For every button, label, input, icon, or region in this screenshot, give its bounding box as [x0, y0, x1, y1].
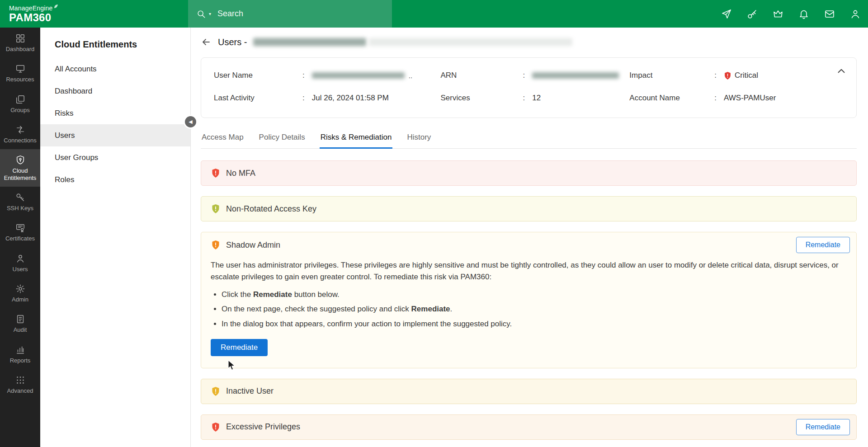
last-activity-value: Jul 26, 2024 01:58 PM	[312, 94, 389, 103]
field-account-name: Account Name : AWS-PAMUser	[629, 93, 844, 103]
field-label: ARN	[440, 71, 523, 80]
remediate-button-outline[interactable]: Remediate	[796, 419, 850, 435]
field-colon: :	[523, 71, 525, 80]
tab-policy-details[interactable]: Policy Details	[258, 128, 306, 149]
back-arrow-icon[interactable]	[201, 37, 212, 47]
sidebar-item-reports[interactable]: Reports	[0, 339, 40, 369]
risk-title: Shadow Admin	[226, 240, 280, 250]
sidebar-item-label: SSH Keys	[2, 205, 38, 212]
mail-icon[interactable]	[824, 9, 835, 19]
sidebar-item-admin[interactable]: Admin	[0, 278, 40, 308]
subnav-item-users[interactable]: Users	[40, 124, 190, 146]
sidebar-item-dashboard[interactable]: Dashboard	[0, 28, 40, 58]
field-colon: :	[302, 94, 305, 103]
advanced-dots-icon	[15, 375, 25, 385]
remediation-step: On the next page, check the suggested po…	[222, 304, 844, 315]
risk-shield-icon	[211, 168, 220, 178]
ssh-key-icon	[15, 193, 25, 202]
sidebar-item-advanced[interactable]: Advanced	[0, 369, 40, 400]
sidebar-item-audit[interactable]: Audit	[0, 308, 40, 339]
notifications-bell-icon[interactable]	[798, 9, 809, 19]
dashboard-grid-icon	[15, 33, 25, 43]
field-colon: :	[714, 94, 717, 103]
sidebar-item-label: Groups	[2, 107, 38, 113]
tab-access-map[interactable]: Access Map	[201, 128, 245, 149]
card-collapse-chevron-up-icon[interactable]	[835, 65, 847, 77]
topbar: ManageEngine PAM360 ▾ Search	[0, 0, 868, 28]
users-person-icon	[15, 254, 25, 263]
critical-shield-icon	[724, 71, 731, 80]
license-crown-icon[interactable]	[773, 9, 783, 19]
risk-description: The user has administrator privileges. T…	[211, 259, 844, 283]
tab-history[interactable]: History	[406, 128, 432, 149]
sidebar-item-label: Certificates	[2, 235, 38, 242]
field-label: Impact	[629, 71, 714, 80]
main-sidebar: Dashboard Resources Groups Connections C…	[0, 28, 40, 447]
subnav-item-risks[interactable]: Risks	[40, 102, 190, 124]
remediation-steps: Click the Remediate button below. On the…	[211, 289, 844, 330]
remediation-step: Click the Remediate button below.	[222, 289, 844, 301]
search-input[interactable]: ▾ Search	[188, 0, 392, 28]
brand-line2: PAM360	[9, 12, 58, 23]
remediate-button-outline[interactable]: Remediate	[796, 237, 850, 253]
sidebar-item-resources[interactable]: Resources	[0, 58, 40, 88]
subnav-collapse-icon[interactable]: ◀	[185, 116, 196, 127]
detail-tabs: Access Map Policy Details Risks & Remedi…	[201, 128, 857, 149]
sidebar-item-groups[interactable]: Groups	[0, 89, 40, 119]
risk-shield-icon	[211, 422, 220, 432]
subnav-item-all-accounts[interactable]: All Accounts	[40, 58, 190, 80]
connections-icon	[15, 125, 25, 135]
brand-line1: ManageEngine	[9, 5, 53, 12]
topbar-icons	[721, 0, 861, 28]
sidebar-item-label: Cloud Entitlements	[2, 167, 38, 181]
risk-card-non-rotated-access-key[interactable]: Non-Rotated Access Key	[201, 196, 857, 221]
search-icon	[196, 9, 206, 19]
field-colon: :	[714, 71, 717, 80]
tab-risks-remediation[interactable]: Risks & Remediation	[320, 128, 393, 149]
sidebar-item-cloud-entitlements[interactable]: Cloud Entitlements	[0, 149, 40, 187]
sidebar-item-users[interactable]: Users	[0, 248, 40, 278]
brand-logo[interactable]: ManageEngine PAM360	[0, 5, 58, 24]
field-label: User Name	[214, 71, 302, 80]
redacted-username-title	[253, 38, 572, 46]
sidebar-item-ssh-keys[interactable]: SSH Keys	[0, 187, 40, 217]
risk-shield-icon	[211, 240, 220, 250]
page-title: Users -	[218, 37, 247, 47]
risk-shield-icon	[211, 386, 220, 396]
reports-chart-icon	[15, 345, 25, 355]
search-scope-chevron-down-icon[interactable]: ▾	[209, 11, 211, 16]
risk-card-excessive-privileges[interactable]: Excessive Privileges Remediate	[201, 414, 857, 440]
account-name-value: AWS-PAMUser	[724, 94, 776, 103]
search-placeholder: Search	[217, 9, 243, 19]
subnav-item-dashboard[interactable]: Dashboard	[40, 80, 190, 102]
monitor-icon	[15, 64, 25, 74]
profile-icon[interactable]	[850, 9, 861, 19]
remediation-step: In the dialog box that appears, confirm …	[222, 319, 844, 330]
risk-title: Non-Rotated Access Key	[226, 204, 316, 214]
sidebar-item-label: Advanced	[2, 387, 38, 394]
field-arn: ARN :	[440, 71, 629, 80]
services-value: 12	[532, 94, 541, 103]
risk-card-inactive-user[interactable]: Inactive User	[201, 379, 857, 404]
password-key-icon[interactable]	[747, 9, 758, 19]
redacted-arn-value	[532, 72, 619, 79]
truncation-dots: ..	[409, 72, 412, 80]
risk-card-header[interactable]: Shadow Admin Remediate	[201, 232, 856, 258]
remediate-button-primary[interactable]: Remediate	[211, 339, 268, 356]
field-label: Account Name	[629, 94, 714, 103]
field-label: Services	[440, 94, 523, 103]
subnav-item-user-groups[interactable]: User Groups	[40, 146, 190, 169]
sidebar-item-certificates[interactable]: Certificates	[0, 217, 40, 247]
sidebar-item-connections[interactable]: Connections	[0, 119, 40, 149]
subnav-item-roles[interactable]: Roles	[40, 169, 190, 191]
cloud-entitlements-shield-icon	[15, 155, 25, 165]
groups-layers-icon	[15, 94, 25, 104]
sidebar-item-label: Users	[2, 266, 38, 273]
risk-list: No MFA Non-Rotated Access Key	[201, 160, 857, 440]
field-impact: Impact : Critical	[629, 71, 844, 80]
field-last-activity: Last Activity : Jul 26, 2024 01:58 PM	[214, 93, 440, 103]
risk-card-no-mfa[interactable]: No MFA	[201, 160, 857, 186]
quick-start-icon[interactable]	[721, 9, 732, 19]
subnav-title: Cloud Entitlements	[40, 28, 190, 58]
field-services: Services : 12	[440, 93, 629, 103]
